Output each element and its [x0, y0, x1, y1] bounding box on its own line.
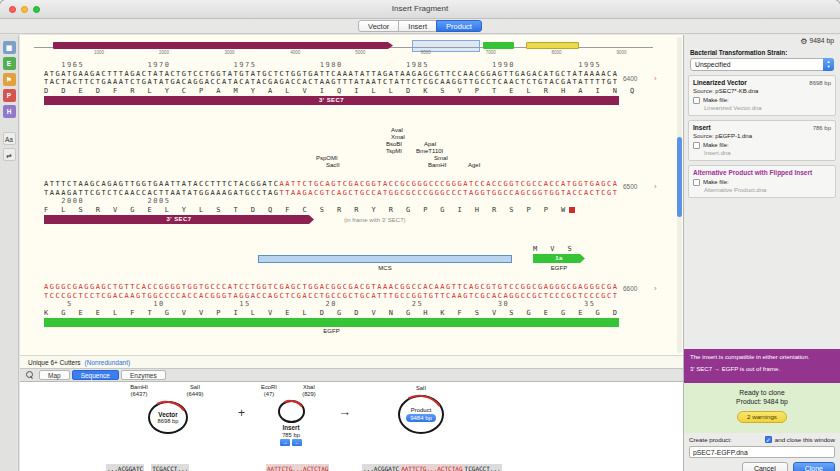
bottom-strand[interactable]: TAAAGATTCGTCTCAACCACTTAATATGGAAAGATGCCTA…	[44, 189, 619, 198]
bp-position-label: 6500	[623, 183, 637, 190]
alternative-product-section: Alternative Product with Flipped Insert …	[688, 165, 836, 198]
ruler-tick: 3000	[225, 50, 235, 55]
product-size-badge: 9484 bp	[406, 414, 436, 422]
aa-number-row: 1965 1970 1975 1980 1985 1990 1995	[44, 61, 619, 70]
gear-icon[interactable]: ⚙	[800, 37, 807, 46]
align-tool-icon[interactable]: ⇄	[3, 148, 16, 161]
insert-reverse-arrow[interactable]: ←	[292, 439, 302, 446]
enzymes-tool-icon[interactable]: E	[3, 57, 16, 70]
bottom-strand-vector-part: TAAAGATTCGTCTCAACCACTTAATATGGAAAGATGCCTA…	[44, 189, 280, 197]
in-frame-note: (in frame with 3' SEC7)	[344, 217, 406, 223]
tab-map[interactable]: Map	[39, 370, 70, 380]
vector-junction-sequence: ...ACGGATCTCGACCT... ...TGCCTAGAGCTGGA..…	[106, 446, 189, 471]
insert-orientation-arrows: → ←	[280, 439, 302, 446]
egfp-feature-bar[interactable]	[44, 318, 619, 327]
top-strand[interactable]: AGGGCGAGGAGCTGTTCACCGGGGTGGTGCCCATCCTGGT…	[44, 283, 619, 292]
egfp-feature-bar-start[interactable]: 1a	[533, 254, 585, 263]
source-filename: pEGFP-1.dna	[715, 133, 752, 139]
insert-section: Insert 786 bp Source: pEGFP-1.dna Make f…	[688, 120, 836, 161]
bottom-strand[interactable]: TCCCGCTCCTCGACAAGTGGCCCCACCACGGGTAGGACCA…	[44, 292, 619, 301]
section-size: 786 bp	[813, 125, 831, 131]
aa-number-row: 5 10 15 20 25 30 35	[44, 300, 619, 309]
search-icon[interactable]	[26, 371, 34, 379]
translation-row: K G E E L F T G V V P I L V E L D G D V …	[44, 309, 619, 318]
product-filename-input[interactable]	[689, 446, 835, 458]
map-tool-icon[interactable]: ▦	[3, 41, 16, 54]
total-bp: 9484 bp	[809, 37, 834, 44]
tab-insert[interactable]: Insert	[398, 20, 437, 32]
enzyme-label-smai[interactable]: SmaI	[434, 155, 448, 162]
tab-sequence[interactable]: Sequence	[72, 370, 119, 380]
overview-ruler[interactable]: 1000 2000 3000 4000 5000 6000 7000 8000 …	[34, 39, 653, 57]
source-row: Source: pSEC7*-KB.dna	[693, 88, 831, 94]
enzyme-label-apai[interactable]: ApaI	[424, 141, 436, 148]
ruler-tick: 6000	[421, 50, 431, 55]
close-window-checkbox[interactable]: ✓	[765, 436, 772, 443]
seq-chunk: ...ACGGATC	[106, 464, 144, 471]
ruler-tick: 5000	[355, 50, 365, 55]
enzyme-label-bmet110i[interactable]: BmeT110I	[416, 148, 443, 155]
clone-button[interactable]: Clone	[793, 462, 835, 471]
titlebar: Insert Fragment	[0, 0, 840, 19]
enzyme-label-agei[interactable]: AgeI	[468, 162, 480, 169]
enzyme-label-sacii[interactable]: SacII	[326, 162, 340, 169]
sequence-view[interactable]: 1000 2000 3000 4000 5000 6000 7000 8000 …	[20, 35, 683, 355]
create-product-row: Create product: ✓ and close this window	[689, 436, 835, 443]
strain-value: Unspecified	[695, 61, 731, 68]
source-filename: pSEC7*-KB.dna	[715, 88, 758, 94]
make-file-label: Make file:	[703, 97, 729, 103]
zoom-button[interactable]	[33, 6, 40, 13]
output-filename: Alternative Product.dna	[704, 187, 831, 193]
vertical-scrollbar[interactable]	[677, 37, 682, 353]
sec7-feature-bar[interactable]: 3' SEC7	[44, 215, 314, 224]
enzyme-set-label[interactable]: Unique 6+ Cutters	[28, 359, 81, 366]
make-file-checkbox[interactable]	[693, 142, 700, 149]
section-title: Alternative Product with Flipped Insert	[693, 169, 812, 176]
enzyme-label-bamhi[interactable]: BamHI	[428, 162, 446, 169]
vector-plasmid-map: Vector 8698 bp	[148, 401, 188, 434]
translation-row: F L S R V G E L Y L S T D Q F C S R R Y …	[44, 206, 619, 215]
stepper-icon[interactable]: ▲ ▼	[823, 58, 834, 71]
mcs-feature-bar[interactable]	[258, 255, 512, 263]
translation-tool-icon[interactable]: Aa	[3, 132, 16, 145]
insert-seq-top: AATTCTG...ACTCTAG	[266, 464, 329, 471]
bottom-strand[interactable]: TACTACTTCTGAAATCTGATATGACAGGACCATACATACG…	[44, 78, 619, 87]
seq-chunk: ...ACGGATC	[362, 464, 400, 471]
enzyme-label-tspmi[interactable]: TspMI	[386, 148, 402, 155]
primers-tool-icon[interactable]: P	[3, 89, 16, 102]
top-strand[interactable]: ATTTCTAAGCAGAGTTGGTGAATTATACCTTTCTACGGAT…	[44, 180, 619, 189]
close-button[interactable]	[9, 6, 16, 13]
features-tool-icon[interactable]: ⚑	[3, 73, 16, 86]
history-tool-icon[interactable]: H	[3, 105, 16, 118]
top-strand[interactable]: ATGATGAAGACTTTAGACTATACTGTCCTGGTATGTATGC…	[44, 70, 619, 79]
vector-site1-label: BamHI (6437)	[120, 384, 158, 397]
make-file-checkbox[interactable]	[693, 179, 700, 186]
translation-letters: F L S R V G E L Y L S T D Q F C S R R Y …	[44, 206, 567, 214]
make-file-row: Make file:	[693, 97, 831, 104]
enzyme-label-avai[interactable]: AvaI	[391, 127, 403, 134]
section-header: Alternative Product with Flipped Insert	[693, 169, 831, 176]
site-name: SalI	[402, 385, 440, 392]
make-file-checkbox[interactable]	[693, 97, 700, 104]
enzyme-set-link[interactable]: (Nonredundant)	[85, 359, 131, 366]
enzyme-label-pspomi[interactable]: PspOMI	[316, 155, 338, 162]
warnings-button[interactable]: 2 warnings	[737, 411, 787, 423]
strain-select[interactable]: Unspecified ▲ ▼	[690, 58, 834, 71]
minimize-button[interactable]	[21, 6, 28, 13]
tab-vector[interactable]: Vector	[358, 20, 399, 32]
ruler-tick: 9000	[616, 50, 626, 55]
insert-forward-arrow[interactable]: →	[280, 439, 290, 446]
scrollbar-thumb[interactable]	[677, 137, 682, 217]
insert-site2-label: XbaI (829)	[292, 384, 326, 397]
enzyme-label-bsobi[interactable]: BsoBI	[386, 141, 402, 148]
feature-bar-row: 3' SEC7 (in frame with 3' SEC7)	[44, 214, 619, 225]
tab-enzymes[interactable]: Enzymes	[121, 370, 166, 380]
sec7-feature-bar[interactable]: 3' SEC7	[44, 96, 619, 105]
enzyme-set-row: Unique 6+ Cutters (Nonredundant)	[20, 355, 683, 368]
close-window-option[interactable]: ✓ and close this window	[765, 436, 835, 443]
view-mode-tab-row: Vector Insert Product	[0, 19, 840, 34]
cancel-button[interactable]: Cancel	[742, 462, 788, 471]
tab-product[interactable]: Product	[436, 20, 482, 32]
sequence-block-6400: 1965 1970 1975 1980 1985 1990 1995 ATGAT…	[44, 61, 619, 105]
enzyme-label-xmai[interactable]: XmaI	[391, 134, 405, 141]
